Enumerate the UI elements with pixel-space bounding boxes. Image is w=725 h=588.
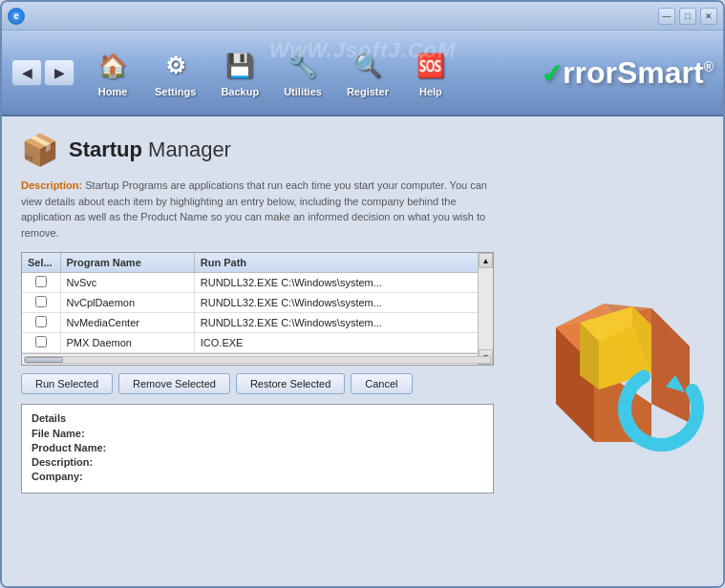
detail-description-label: Description: bbox=[32, 456, 117, 468]
row-checkbox-cell[interactable] bbox=[22, 273, 60, 293]
logo-area: ✓rrorSmart® bbox=[541, 55, 714, 91]
row-run-path: RUNDLL32.EXE C:\Windows\system... bbox=[194, 293, 492, 313]
col-program: Program Name bbox=[60, 253, 194, 273]
nav-buttons: ◀ ▶ bbox=[11, 59, 75, 86]
col-path: Run Path bbox=[194, 253, 492, 273]
table-row[interactable]: NvSvc RUNDLL32.EXE C:\Windows\system... bbox=[22, 273, 493, 293]
row-checkbox-cell[interactable] bbox=[22, 293, 60, 313]
right-decoration bbox=[513, 116, 723, 586]
toolbar-utilities[interactable]: 🔧 Utilities bbox=[272, 43, 333, 103]
backup-icon: 💾 bbox=[223, 49, 257, 83]
run-selected-button[interactable]: Run Selected bbox=[21, 373, 113, 394]
box-graphic bbox=[527, 251, 709, 452]
details-panel: Details File Name: Product Name: Descrip… bbox=[21, 404, 494, 494]
product-name-label: Product Name: bbox=[32, 442, 117, 453]
row-program-name: NvCplDaemon bbox=[60, 293, 194, 313]
maximize-button[interactable]: □ bbox=[679, 8, 696, 25]
toolbar-settings-label: Settings bbox=[155, 86, 196, 97]
toolbar-backup-label: Backup bbox=[221, 86, 259, 97]
scroll-track[interactable] bbox=[479, 268, 493, 349]
app-window: e — □ ✕ WwW.JsoftJ.CoM ◀ ▶ 🏠 Home ⚙ Sett… bbox=[0, 0, 725, 588]
row-checkbox-cell[interactable] bbox=[22, 313, 60, 333]
row-checkbox[interactable] bbox=[35, 296, 47, 307]
row-program-name: PMX Daemon bbox=[60, 333, 194, 353]
file-name-label: File Name: bbox=[32, 428, 117, 439]
svg-marker-2 bbox=[651, 308, 690, 423]
toolbar-backup[interactable]: 💾 Backup bbox=[209, 43, 270, 103]
home-icon: 🏠 bbox=[96, 49, 130, 83]
close-button[interactable]: ✕ bbox=[700, 8, 717, 25]
detail-product-name: Product Name: bbox=[32, 442, 483, 453]
settings-icon: ⚙ bbox=[159, 49, 193, 83]
description-body: Startup Programs are applications that r… bbox=[21, 179, 487, 239]
table-row[interactable]: NvMediaCenter RUNDLL32.EXE C:\Windows\sy… bbox=[22, 313, 493, 333]
title-icon: e bbox=[8, 8, 25, 25]
title-bar-left: e bbox=[8, 8, 25, 25]
toolbar-register-label: Register bbox=[347, 86, 389, 97]
restore-selected-button[interactable]: Restore Selected bbox=[236, 373, 345, 394]
col-select: Sel... bbox=[22, 253, 60, 273]
detail-description: Description: bbox=[32, 456, 483, 468]
row-checkbox[interactable] bbox=[35, 276, 47, 287]
row-checkbox-cell[interactable] bbox=[22, 333, 60, 353]
row-program-name: NvSvc bbox=[60, 273, 194, 293]
toolbar-settings[interactable]: ⚙ Settings bbox=[143, 43, 207, 103]
title-controls: — □ ✕ bbox=[658, 8, 717, 25]
nav-back-button[interactable]: ◀ bbox=[11, 59, 42, 86]
row-run-path: RUNDLL32.EXE C:\Windows\system... bbox=[194, 313, 492, 333]
page-title: Startup Manager bbox=[69, 137, 231, 162]
logo-text: ✓rrorSmart® bbox=[541, 55, 714, 91]
toolbar-utilities-label: Utilities bbox=[284, 86, 322, 97]
page-title-rest: Manager bbox=[142, 137, 231, 161]
content-area: 📦 Startup Manager Description: Startup P… bbox=[2, 116, 513, 586]
table-row[interactable]: PMX Daemon ICO.EXE bbox=[22, 333, 493, 353]
detail-file-name: File Name: bbox=[32, 428, 483, 439]
main-content: 📦 Startup Manager Description: Startup P… bbox=[2, 116, 723, 586]
row-checkbox[interactable] bbox=[35, 316, 47, 327]
row-run-path: ICO.EXE bbox=[194, 333, 492, 353]
button-row: Run Selected Remove Selected Restore Sel… bbox=[21, 373, 494, 394]
minimize-button[interactable]: — bbox=[658, 8, 675, 25]
description-label: Description: bbox=[21, 179, 82, 191]
scroll-up-button[interactable]: ▲ bbox=[479, 253, 493, 268]
title-bar: e — □ ✕ bbox=[2, 2, 723, 31]
horizontal-scrollbar[interactable] bbox=[22, 353, 493, 365]
toolbar-register[interactable]: 🔍 Register bbox=[335, 43, 400, 103]
row-checkbox[interactable] bbox=[35, 336, 47, 347]
remove-selected-button[interactable]: Remove Selected bbox=[118, 373, 230, 394]
toolbar: WwW.JsoftJ.CoM ◀ ▶ 🏠 Home ⚙ Settings 💾 B… bbox=[2, 31, 723, 116]
startup-table: Sel... Program Name Run Path NvSvc RUNDL… bbox=[21, 252, 494, 366]
startup-icon: 📦 bbox=[21, 132, 59, 168]
scrollbar-track[interactable] bbox=[24, 356, 491, 364]
toolbar-help[interactable]: 🆘 Help bbox=[402, 43, 459, 103]
logo-check-icon: ✓ bbox=[541, 59, 563, 89]
cancel-button[interactable]: Cancel bbox=[351, 373, 412, 394]
nav-forward-button[interactable]: ▶ bbox=[44, 59, 75, 86]
register-icon: 🔍 bbox=[351, 49, 385, 83]
scrollbar-thumb[interactable] bbox=[25, 357, 63, 363]
page-title-bold: Startup bbox=[69, 137, 142, 161]
row-run-path: RUNDLL32.EXE C:\Windows\system... bbox=[194, 273, 492, 293]
toolbar-home-label: Home bbox=[98, 86, 128, 97]
detail-company: Company: bbox=[32, 471, 483, 482]
details-title: Details bbox=[32, 412, 483, 424]
description-text: Description: Startup Programs are applic… bbox=[21, 178, 494, 241]
toolbar-help-label: Help bbox=[419, 86, 442, 97]
row-program-name: NvMediaCenter bbox=[60, 313, 194, 333]
page-header: 📦 Startup Manager bbox=[21, 132, 494, 168]
utilities-icon: 🔧 bbox=[286, 49, 320, 83]
company-label: Company: bbox=[32, 471, 117, 482]
vertical-scrollbar[interactable]: ▲ ▼ bbox=[478, 253, 493, 365]
toolbar-home[interactable]: 🏠 Home bbox=[84, 43, 141, 103]
toolbar-items: 🏠 Home ⚙ Settings 💾 Backup 🔧 Utilities 🔍… bbox=[84, 43, 459, 103]
table-row[interactable]: NvCplDaemon RUNDLL32.EXE C:\Windows\syst… bbox=[22, 293, 493, 313]
help-icon: 🆘 bbox=[414, 49, 448, 83]
